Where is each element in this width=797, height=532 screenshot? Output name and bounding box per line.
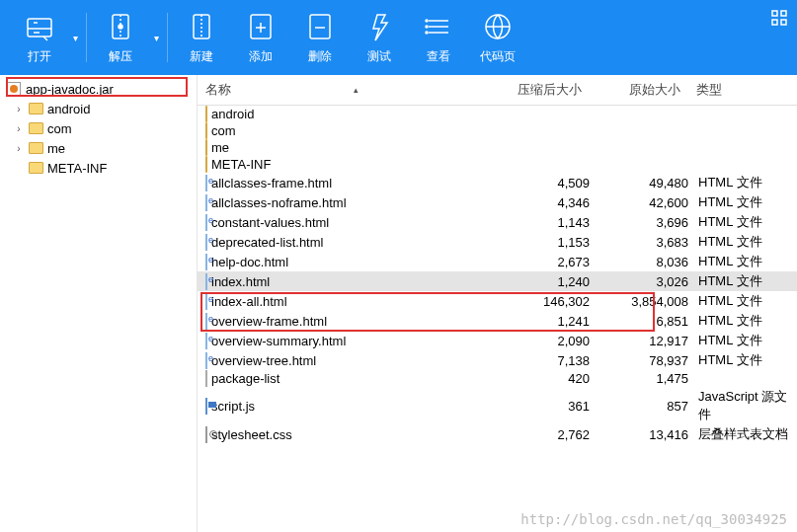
open-button[interactable]: 打开 (10, 3, 69, 73)
folder-icon (205, 157, 207, 172)
add-button[interactable]: 添加 (231, 3, 290, 73)
list-row[interactable]: stylesheet.css2,76213,416层叠样式表文档 (198, 424, 797, 444)
html-icon (205, 215, 207, 230)
list-row[interactable]: android (198, 106, 797, 122)
highlight-tree (6, 77, 188, 97)
file-name: stylesheet.css (211, 427, 292, 442)
file-compressed: 420 (491, 371, 590, 386)
file-type: HTML 文件 (688, 233, 797, 251)
tree-item-label: com (47, 121, 72, 136)
new-button[interactable]: 新建 (172, 3, 231, 73)
list-row[interactable]: deprecated-list.html1,1533,683HTML 文件 (198, 232, 797, 252)
list-row[interactable]: me (198, 139, 797, 156)
html-icon (205, 255, 207, 269)
list-row[interactable]: constant-values.html1,1433,696HTML 文件 (198, 212, 797, 232)
file-type: HTML 文件 (688, 351, 797, 369)
tree-item[interactable]: ›com (0, 118, 197, 138)
file-type: JavaScript 源文件 (688, 388, 797, 423)
open-dropdown[interactable]: ▾ (69, 33, 82, 43)
folder-icon (205, 107, 207, 121)
file-name: allclasses-noframe.html (211, 195, 347, 210)
svg-rect-5 (310, 15, 330, 38)
list-row[interactable]: overview-summary.html2,09012,917HTML 文件 (198, 331, 797, 350)
file-name: package-list (211, 371, 279, 386)
file-compressed: 1,143 (491, 215, 590, 230)
file-type: HTML 文件 (688, 292, 797, 310)
file-compressed: 4,509 (491, 176, 590, 190)
add-label: 添加 (249, 48, 273, 65)
grid-view-icon[interactable] (771, 10, 787, 26)
file-type: HTML 文件 (688, 174, 797, 191)
list-row[interactable]: index.html1,2403,026HTML 文件 (198, 271, 797, 291)
html-icon (205, 176, 207, 190)
new-label: 新建 (190, 48, 213, 65)
folder-icon (28, 101, 43, 116)
codepage-label: 代码页 (480, 48, 516, 65)
file-original: 8,036 (590, 255, 688, 269)
file-original: 3,683 (590, 235, 688, 250)
file-type: HTML 文件 (688, 312, 797, 330)
file-name: help-doc.html (211, 255, 288, 269)
file-original: 42,600 (590, 195, 688, 210)
col-compressed[interactable]: 压缩后大小 (491, 79, 590, 101)
blank-icon (205, 371, 207, 386)
file-type: HTML 文件 (688, 272, 797, 290)
file-type: 层叠样式表文档 (688, 425, 797, 443)
file-type: HTML 文件 (688, 253, 797, 270)
list-row[interactable]: package-list4201,475 (198, 370, 797, 387)
col-type[interactable]: 类型 (688, 79, 797, 101)
tree-item-label: android (47, 102, 90, 116)
file-compressed: 7,138 (491, 353, 590, 368)
tree-item[interactable]: ›me (0, 138, 197, 158)
col-name[interactable]: 名称 ▴ (198, 79, 491, 101)
file-name: script.js (211, 399, 255, 414)
svg-point-8 (426, 32, 428, 34)
html-icon (205, 235, 207, 250)
list-row[interactable]: META-INF (198, 156, 797, 173)
folder-icon (28, 160, 43, 176)
watermark: http://blog.csdn.net/qq_30034925 (520, 511, 787, 527)
list-row[interactable]: help-doc.html2,6738,036HTML 文件 (198, 252, 797, 271)
list-row[interactable]: allclasses-frame.html4,50949,480HTML 文件 (198, 173, 797, 192)
file-type: HTML 文件 (688, 213, 797, 231)
file-name: META-INF (211, 157, 271, 172)
list-header: 名称 ▴ 压缩后大小 原始大小 类型 (198, 75, 797, 106)
list-row[interactable]: overview-tree.html7,13878,937HTML 文件 (198, 350, 797, 370)
file-compressed: 4,346 (491, 195, 590, 210)
highlight-index (200, 292, 655, 332)
svg-rect-0 (28, 19, 51, 37)
test-button[interactable]: 测试 (350, 3, 409, 73)
svg-rect-11 (781, 11, 786, 16)
file-name: overview-tree.html (211, 353, 316, 368)
view-label: 查看 (427, 48, 450, 65)
sort-arrow-icon: ▴ (354, 85, 359, 95)
codepage-button[interactable]: 代码页 (468, 3, 527, 73)
file-name: index.html (211, 274, 270, 289)
list-row[interactable]: com (198, 122, 797, 139)
extract-label: 解压 (109, 48, 132, 65)
delete-button[interactable]: 删除 (290, 3, 350, 73)
file-name: constant-values.html (211, 215, 329, 230)
file-name: me (211, 140, 229, 155)
file-original: 12,917 (590, 334, 688, 348)
expand-icon[interactable]: › (14, 123, 24, 134)
tree-item[interactable]: ›android (0, 99, 197, 118)
expand-icon[interactable]: › (14, 104, 24, 114)
tree-item[interactable]: META-INF (0, 158, 197, 178)
view-button[interactable]: 查看 (409, 3, 468, 73)
folder-icon (28, 140, 43, 156)
svg-point-6 (426, 20, 428, 22)
toolbar: 打开 ▾ 解压 ▾ 新建 添加 删除 测试 查看 代码页 (0, 0, 797, 75)
tree-item-label: META-INF (47, 161, 107, 176)
expand-icon[interactable]: › (14, 143, 24, 154)
extract-dropdown[interactable]: ▾ (150, 33, 163, 43)
svg-point-2 (119, 25, 122, 29)
list-row[interactable]: script.js361857JavaScript 源文件 (198, 387, 797, 424)
css-icon (205, 427, 207, 442)
folder-icon (205, 123, 207, 138)
col-original[interactable]: 原始大小 (590, 79, 688, 101)
file-original: 3,696 (590, 215, 688, 230)
extract-button[interactable]: 解压 (91, 3, 150, 73)
list-row[interactable]: allclasses-noframe.html4,34642,600HTML 文… (198, 192, 797, 212)
file-compressed: 1,153 (491, 235, 590, 250)
